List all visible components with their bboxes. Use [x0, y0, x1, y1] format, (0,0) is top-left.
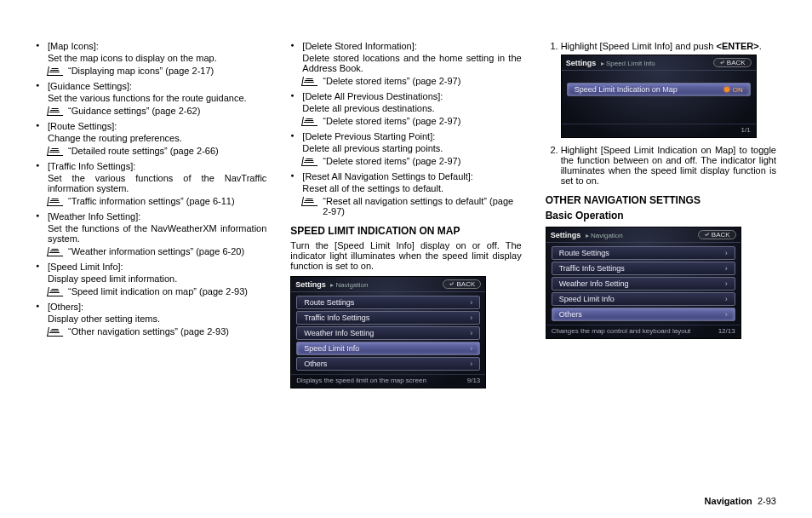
nav-footer: Changes the map control and keyboard lay… — [546, 325, 741, 338]
bullet-item: [Others]:Display other setting items.“Ot… — [36, 302, 266, 337]
nav-header: Settings ▸ Navigation ⤶ BACK — [291, 277, 485, 292]
nav-counter: 1/1 — [741, 126, 751, 134]
nav-row-label: Traffic Info Settings — [559, 264, 625, 273]
nav-row-label: Others — [304, 360, 327, 368]
cross-reference: “Displaying map icons” (page 2-17) — [48, 66, 266, 76]
section-paragraph: Turn the [Speed Limit Info] display on o… — [290, 240, 521, 271]
chevron-right-icon: › — [725, 295, 728, 303]
nav-title: Settings — [295, 280, 326, 289]
column-3: Highlight [Speed Limit Info] and push <E… — [546, 41, 776, 492]
nav-row-label: Speed Limit Info — [559, 295, 615, 303]
nav-screenshot-2: Settings ▸ Speed Limit Info ⤶ BACK Speed… — [561, 55, 757, 138]
bullet-list-1: [Map Icons]:Set the map icons to display… — [36, 41, 266, 337]
page-number: Navigation 2-93 — [705, 496, 776, 506]
item-title: [Map Icons]: — [48, 41, 266, 51]
nav-row-label: Weather Info Setting — [559, 279, 629, 288]
item-desc: Delete stored locations and the home set… — [302, 53, 521, 73]
bullet-item: [Map Icons]:Set the map icons to display… — [36, 41, 266, 76]
nav-body: Speed Limit Indication on Map ON — [562, 71, 756, 124]
item-title: [Delete Previous Starting Point]: — [302, 131, 521, 141]
item-title: [Guidance Settings]: — [48, 81, 266, 91]
bullet-item: [Traffic Info Settings]:Set the various … — [36, 161, 266, 206]
nav-row-label: Route Settings — [559, 249, 609, 257]
nav-row-label: Speed Limit Info — [304, 344, 359, 353]
item-desc: Set the map icons to display on the map. — [48, 53, 266, 63]
item-desc: Change the routing preferences. — [48, 133, 266, 143]
cross-reference: “Traffic information settings” (page 6-1… — [48, 196, 266, 206]
column-1: [Map Icons]:Set the map icons to display… — [36, 41, 266, 492]
cross-reference: “Delete stored items” (page 2-97) — [302, 76, 521, 86]
manual-page: [Map Icons]:Set the map icons to display… — [0, 0, 812, 518]
item-title: [Delete Stored Information]: — [302, 41, 521, 51]
chevron-right-icon: › — [725, 310, 728, 319]
nav-row[interactable]: Speed Limit Info› — [552, 292, 735, 306]
bullet-item: [Weather Info Setting]:Set the functions… — [36, 211, 266, 256]
cross-reference: “Guidance settings” (page 2-62) — [48, 106, 266, 116]
chevron-right-icon: › — [470, 344, 472, 353]
section-heading-other-nav: OTHER NAVIGATION SETTINGS — [546, 194, 776, 206]
bullet-item: [Route Settings]:Change the routing pref… — [36, 121, 266, 156]
item-title: [Traffic Info Settings]: — [48, 161, 266, 171]
column-2: [Delete Stored Information]:Delete store… — [290, 41, 521, 492]
bullet-item: [Delete Previous Starting Point]:Delete … — [290, 131, 521, 166]
nav-row-label: Traffic Info Settings — [304, 314, 369, 322]
nav-back-button[interactable]: ⤶ BACK — [698, 230, 736, 239]
numbered-steps: Highlight [Speed Limit Info] and push <E… — [546, 41, 776, 186]
nav-row[interactable]: Others› — [552, 308, 735, 321]
item-title: [Route Settings]: — [48, 121, 266, 131]
bullet-item: [Guidance Settings]:Set the various func… — [36, 81, 266, 116]
cross-reference: “Speed limit indication on map” (page 2-… — [48, 286, 266, 296]
step-2: Highlight [Speed Limit Indication on Map… — [561, 145, 776, 186]
cross-reference: “Weather information settings” (page 6-2… — [48, 246, 266, 256]
nav-row[interactable]: Route Settings› — [552, 246, 735, 260]
cross-reference: “Delete stored items” (page 2-97) — [302, 116, 521, 126]
chevron-right-icon: › — [725, 279, 728, 288]
nav-footer-text: Changes the map control and keyboard lay… — [552, 327, 691, 335]
item-title: [Delete All Previous Destinations]: — [302, 91, 521, 101]
bullet-item: [Delete All Previous Destinations]:Delet… — [290, 91, 521, 126]
item-desc: Delete all previous destinations. — [302, 103, 521, 113]
chevron-right-icon: › — [470, 329, 472, 337]
nav-row[interactable]: Route Settings› — [296, 296, 480, 309]
nav-back-button[interactable]: ⤶ BACK — [443, 279, 481, 289]
nav-footer: 1/1 — [562, 124, 756, 137]
sub-heading-basic-op: Basic Operation — [546, 210, 776, 222]
nav-row[interactable]: Traffic Info Settings› — [552, 262, 735, 275]
item-desc: Reset all of the settings to default. — [302, 183, 521, 193]
item-title: [Speed Limit Info]: — [48, 262, 266, 272]
nav-row-label: Route Settings — [304, 298, 354, 307]
nav-row[interactable]: Weather Info Setting› — [552, 277, 735, 291]
nav-body: Route Settings›Traffic Info Settings›Wea… — [291, 292, 485, 374]
chevron-right-icon: › — [470, 360, 472, 368]
nav-row[interactable]: Others› — [296, 357, 480, 371]
bullet-item: [Speed Limit Info]:Display speed limit i… — [36, 262, 266, 296]
nav-row-speed-limit-indication[interactable]: Speed Limit Indication on Map ON — [567, 83, 751, 96]
nav-row-label: Weather Info Setting — [304, 329, 374, 337]
bullet-list-2: [Delete Stored Information]:Delete store… — [290, 41, 521, 216]
item-desc: Set the various functions for the route … — [48, 93, 266, 103]
nav-counter: 12/13 — [718, 327, 735, 335]
step-1: Highlight [Speed Limit Info] and push <E… — [561, 41, 776, 138]
item-desc: Set the various functions of the NavTraf… — [48, 173, 266, 193]
nav-row[interactable]: Traffic Info Settings› — [296, 311, 480, 325]
nav-counter: 9/13 — [467, 377, 481, 384]
nav-header: Settings ▸ Speed Limit Info ⤶ BACK — [562, 55, 756, 71]
on-indicator: ON — [724, 86, 743, 94]
nav-title: Settings — [566, 59, 597, 67]
chevron-right-icon: › — [470, 314, 472, 322]
cross-reference: “Detailed route settings” (page 2-66) — [48, 146, 266, 156]
nav-body: Route Settings›Traffic Info Settings›Wea… — [546, 243, 741, 325]
nav-footer-text: Displays the speed limit on the map scre… — [296, 377, 426, 384]
section-heading-speed-limit: SPEED LIMIT INDICATION ON MAP — [290, 225, 521, 237]
nav-title: Settings — [551, 231, 581, 239]
nav-footer: Displays the speed limit on the map scre… — [291, 374, 485, 388]
bullet-item: [Delete Stored Information]:Delete store… — [290, 41, 521, 86]
item-desc: Display speed limit information. — [48, 273, 266, 284]
nav-breadcrumb: ▸ Navigation — [330, 281, 368, 289]
nav-row[interactable]: Weather Info Setting› — [296, 326, 480, 340]
nav-screenshot-3: Settings ▸ Navigation ⤶ BACK Route Setti… — [546, 227, 741, 339]
nav-row[interactable]: Speed Limit Info› — [296, 342, 480, 355]
item-desc: Set the functions of the NavWeatherXM in… — [48, 223, 266, 244]
cross-reference: “Reset all navigation settings to defaul… — [302, 196, 521, 216]
nav-back-button[interactable]: ⤶ BACK — [713, 58, 752, 67]
